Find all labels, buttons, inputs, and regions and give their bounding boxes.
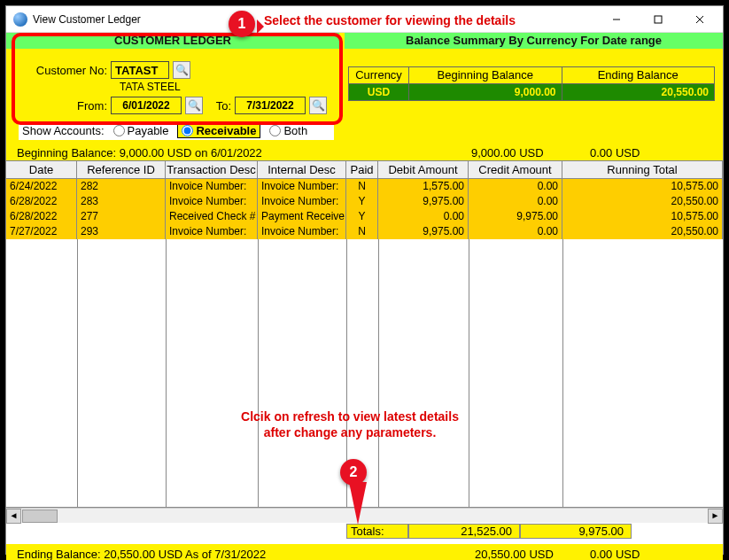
cell-idesc: Payment Receive — [258, 209, 346, 224]
cell-debit: 9,975.00 — [378, 194, 469, 209]
balhead-begin: Beginning Balance — [409, 67, 562, 83]
radio-both[interactable]: Both — [266, 124, 311, 137]
begin-balance-label: Beginning Balance: 9,000.00 USD on 6/01/… — [17, 146, 262, 159]
totals-debit: 21,525.00 — [408, 524, 520, 539]
cell-credit: 0.00 — [469, 224, 562, 239]
from-date-lookup[interactable] — [185, 97, 203, 114]
cell-paid: N — [346, 224, 378, 239]
cell-date: 7/27/2022 — [6, 224, 77, 239]
cell-run: 20,550.00 — [562, 224, 723, 239]
svg-rect-1 — [655, 16, 662, 23]
totals-row: Totals: 21,525.00 9,975.00 — [6, 523, 723, 539]
beginning-balance-row: Beginning Balance: 9,000.00 USD on 6/01/… — [6, 144, 723, 160]
app-icon — [13, 12, 27, 27]
col-date[interactable]: Date — [6, 161, 77, 178]
annotation-text-2b: after change any parameters. — [204, 425, 496, 439]
close-window-button[interactable] — [679, 7, 719, 32]
filter-panel: Customer No: TATA STEEL From: To: Show A… — [6, 49, 723, 144]
col-credit[interactable]: Credit Amount — [469, 161, 562, 178]
cell-date: 6/24/2022 — [6, 179, 77, 194]
table-row[interactable]: 6/24/2022282Invoice Number:Invoice Numbe… — [6, 179, 723, 194]
begin-balance-v1: 9,000.00 USD — [471, 146, 586, 159]
cell-paid: N — [346, 179, 378, 194]
balrow-currency: USD — [349, 84, 409, 100]
scroll-right-button[interactable]: ► — [708, 509, 723, 524]
cell-date: 6/28/2022 — [6, 209, 77, 224]
col-run[interactable]: Running Total — [562, 161, 723, 178]
cell-credit: 0.00 — [469, 179, 562, 194]
col-ref[interactable]: Reference ID — [77, 161, 166, 178]
annotation-number-2: 2 — [350, 464, 358, 480]
annotation-text-1: Select the customer for viewing the deta… — [264, 13, 516, 27]
col-tdesc[interactable]: Transaction Desc — [166, 161, 258, 178]
cell-paid: Y — [346, 209, 378, 224]
accounts-label: Show Accounts: — [22, 124, 105, 137]
ending-balance-label: Ending Balance: 20,550.00 USD As of 7/31… — [17, 548, 266, 561]
cell-paid: Y — [346, 194, 378, 209]
cell-idesc: Invoice Number: — [258, 179, 346, 194]
grid-header: Date Reference ID Transaction Desc Inter… — [6, 161, 723, 179]
balrow-begin: 9,000.00 — [409, 84, 562, 100]
table-row[interactable]: 7/27/2022293Invoice Number:Invoice Numbe… — [6, 224, 723, 239]
annotation-callout-2: 2 — [340, 459, 367, 486]
balance-summary-table: Currency Beginning Balance Ending Balanc… — [348, 66, 715, 101]
custno-lookup-button[interactable] — [173, 61, 190, 79]
cell-date: 6/28/2022 — [6, 194, 77, 209]
scroll-left-button[interactable]: ◄ — [6, 509, 21, 524]
cell-ref: 282 — [77, 179, 166, 194]
table-row[interactable]: 6/28/2022277Received Check #Payment Rece… — [6, 209, 723, 224]
col-idesc[interactable]: Internal Desc — [258, 161, 346, 178]
cell-tdesc: Invoice Number: — [166, 179, 258, 194]
to-date-lookup[interactable] — [309, 97, 327, 114]
custno-input[interactable] — [111, 61, 169, 79]
cell-run: 20,550.00 — [562, 194, 723, 209]
custno-label: Customer No: — [26, 64, 107, 77]
col-paid[interactable]: Paid — [346, 161, 378, 178]
table-row[interactable]: 6/28/2022283Invoice Number:Invoice Numbe… — [6, 194, 723, 209]
scroll-thumb[interactable] — [22, 509, 58, 523]
maximize-button[interactable] — [638, 7, 678, 32]
from-label: From: — [66, 99, 107, 113]
begin-balance-v2: 0.00 USD — [590, 146, 723, 159]
cell-tdesc: Invoice Number: — [166, 194, 258, 209]
cell-debit: 0.00 — [378, 209, 469, 224]
cell-tdesc: Invoice Number: — [166, 224, 258, 239]
top-header-row: CUSTOMER LEDGER Balance Summary By Curre… — [6, 33, 723, 49]
cell-run: 10,575.00 — [562, 179, 723, 194]
balrow-end: 20,550.00 — [562, 84, 715, 100]
customer-name: TATA STEEL — [120, 81, 181, 93]
annotation-text-2a: Clcik on refresh to view latest details — [204, 409, 496, 424]
ending-balance-v1: 20,550.00 USD — [475, 548, 590, 561]
cell-credit: 0.00 — [469, 194, 562, 209]
cell-ref: 277 — [77, 209, 166, 224]
ending-balance-row: Ending Balance: 20,550.00 USD As of 7/31… — [6, 544, 723, 560]
minimize-button[interactable] — [596, 7, 636, 32]
ledger-grid: Date Reference ID Transaction Desc Inter… — [6, 160, 723, 508]
cell-run: 10,575.00 — [562, 209, 723, 224]
accounts-radio-group: Show Accounts: Payable Receivable Both — [19, 121, 334, 140]
ending-balance-v2: 0.00 USD — [590, 548, 723, 561]
col-debit[interactable]: Debit Amount — [378, 161, 469, 178]
balance-summary-title: Balance Summary By Currency For Date ran… — [345, 33, 723, 49]
ledger-title: CUSTOMER LEDGER — [6, 33, 339, 49]
radio-payable[interactable]: Payable — [110, 124, 173, 137]
radio-receivable[interactable]: Receivable — [177, 123, 260, 138]
cell-debit: 1,575.00 — [378, 179, 469, 194]
to-date-input[interactable] — [235, 97, 306, 114]
cell-tdesc: Received Check # — [166, 209, 258, 224]
balhead-currency: Currency — [349, 67, 409, 83]
annotation-callout-1: 1 — [229, 11, 255, 37]
balance-row: USD 9,000.00 20,550.00 — [348, 84, 715, 101]
cell-debit: 9,975.00 — [378, 224, 469, 239]
cell-ref: 283 — [77, 194, 166, 209]
cell-credit: 9,975.00 — [469, 209, 562, 224]
from-date-input[interactable] — [111, 97, 182, 114]
grid-body: 6/24/2022282Invoice Number:Invoice Numbe… — [6, 179, 723, 239]
balhead-end: Ending Balance — [562, 67, 715, 83]
totals-credit: 9,975.00 — [520, 524, 632, 539]
totals-label: Totals: — [346, 524, 408, 539]
cell-idesc: Invoice Number: — [258, 194, 346, 209]
to-label: To: — [206, 99, 231, 113]
annotation-number-1: 1 — [238, 16, 246, 32]
cell-ref: 293 — [77, 224, 166, 239]
